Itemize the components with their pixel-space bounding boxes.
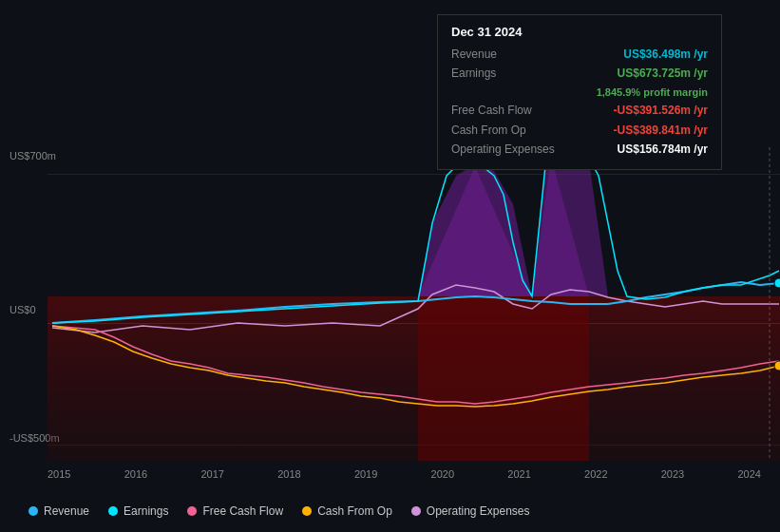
tooltip-row-margin: 1,845.9% profit margin — [451, 84, 708, 102]
tooltip-value-opex: US$156.784m /yr — [618, 140, 708, 159]
tooltip-row-fcf: Free Cash Flow -US$391.526m /yr — [451, 101, 708, 120]
x-label-2021: 2021 — [507, 468, 530, 480]
legend-label-cashfromop: Cash From Op — [317, 504, 392, 518]
x-label-2024: 2024 — [737, 468, 760, 480]
svg-marker-5 — [532, 155, 608, 296]
svg-rect-2 — [418, 296, 589, 461]
tooltip-label-earnings: Earnings — [451, 64, 565, 83]
x-label-2015: 2015 — [48, 468, 70, 480]
legend-item-earnings[interactable]: Earnings — [108, 504, 168, 518]
tooltip-row-earnings: Earnings US$673.725m /yr — [451, 64, 708, 83]
tooltip-label-opex: Operating Expenses — [451, 140, 565, 159]
svg-rect-1 — [48, 296, 780, 461]
legend: Revenue Earnings Free Cash Flow Cash Fro… — [29, 504, 530, 518]
tooltip-value-cashfromop: -US$389.841m /yr — [614, 121, 708, 140]
legend-dot-revenue — [29, 506, 38, 516]
legend-label-revenue: Revenue — [44, 504, 89, 518]
legend-item-fcf[interactable]: Free Cash Flow — [187, 504, 283, 518]
legend-item-cashfromop[interactable]: Cash From Op — [302, 504, 392, 518]
x-label-2023: 2023 — [661, 468, 684, 480]
tooltip-label-fcf: Free Cash Flow — [451, 101, 565, 120]
svg-point-6 — [774, 278, 780, 288]
tooltip-row-revenue: Revenue US$36.498m /yr — [451, 45, 708, 64]
x-label-2017: 2017 — [200, 468, 223, 480]
legend-label-fcf: Free Cash Flow — [202, 504, 283, 518]
tooltip-value-fcf: -US$391.526m /yr — [614, 101, 708, 120]
chart-container: US$700m US$0 -US$500m — [0, 0, 780, 532]
legend-dot-earnings — [108, 506, 118, 516]
chart-svg — [0, 147, 780, 461]
legend-item-opex[interactable]: Operating Expenses — [411, 504, 530, 518]
legend-dot-fcf — [187, 506, 197, 516]
tooltip-date: Dec 31 2024 — [451, 25, 708, 39]
tooltip-label-revenue: Revenue — [451, 45, 565, 64]
svg-point-7 — [774, 361, 780, 370]
legend-dot-opex — [411, 506, 421, 516]
legend-label-opex: Operating Expenses — [427, 504, 530, 518]
x-label-2019: 2019 — [354, 468, 377, 480]
tooltip-row-opex: Operating Expenses US$156.784m /yr — [451, 140, 708, 159]
tooltip-row-cashfromop: Cash From Op -US$389.841m /yr — [451, 121, 708, 140]
tooltip-value-margin: 1,845.9% profit margin — [597, 84, 708, 102]
x-label-2016: 2016 — [124, 468, 147, 480]
x-label-2020: 2020 — [431, 468, 454, 480]
svg-marker-4 — [418, 164, 532, 296]
tooltip-label-cashfromop: Cash From Op — [451, 121, 565, 140]
x-label-2022: 2022 — [584, 468, 607, 480]
tooltip: Dec 31 2024 Revenue US$36.498m /yr Earni… — [437, 14, 722, 170]
legend-item-revenue[interactable]: Revenue — [29, 504, 89, 518]
tooltip-value-earnings: US$673.725m /yr — [618, 64, 708, 83]
x-label-2018: 2018 — [277, 468, 300, 480]
legend-label-earnings: Earnings — [124, 504, 168, 518]
legend-dot-cashfromop — [302, 506, 312, 516]
tooltip-value-revenue: US$36.498m /yr — [623, 45, 708, 64]
